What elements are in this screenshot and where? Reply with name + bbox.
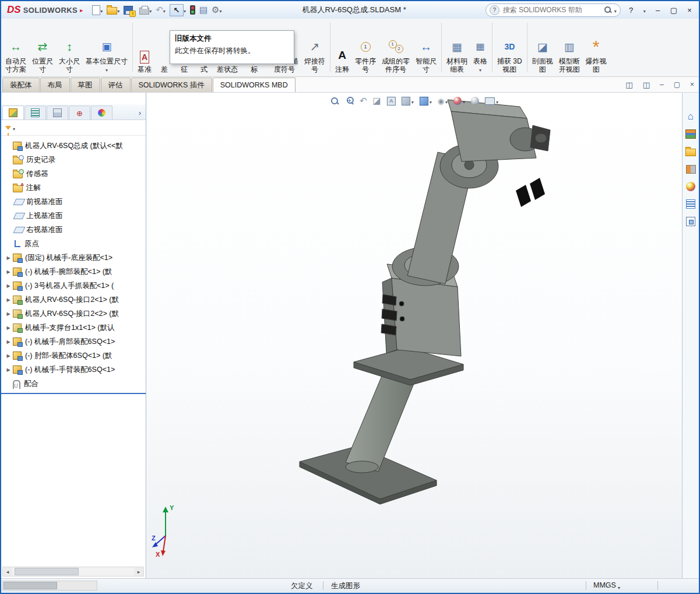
- filter-funnel-icon[interactable]: [5, 126, 11, 130]
- tree-item[interactable]: 传感器: [1, 167, 146, 181]
- expand-arrow-icon[interactable]: [4, 297, 13, 303]
- annotation-view-icon[interactable]: [387, 97, 396, 106]
- tables-button[interactable]: 表格: [470, 20, 490, 75]
- scrollbar-thumb[interactable]: [15, 568, 79, 575]
- tree-item[interactable]: 注解: [1, 181, 146, 195]
- pane-toggle-icon[interactable]: [625, 80, 632, 89]
- model-canvas[interactable]: Y Z X: [147, 93, 682, 579]
- view-palette-icon[interactable]: [685, 164, 697, 174]
- undo-button[interactable]: [154, 4, 167, 16]
- view-orientation-icon[interactable]: [402, 96, 414, 106]
- help-button[interactable]: ?: [628, 6, 635, 15]
- tree-item[interactable]: (-) 机械手-手臂装配6SQ<1>: [1, 363, 146, 377]
- chevron-down-icon[interactable]: [618, 583, 620, 591]
- section-view-button[interactable]: 剖面视 图: [529, 20, 556, 75]
- displaymanager-tab[interactable]: [91, 106, 112, 119]
- units-selector[interactable]: MMGS: [593, 581, 616, 589]
- tree-item[interactable]: (-) 机械手-肩部装配6SQ<1>: [1, 335, 146, 349]
- scrollbar-thumb[interactable]: [3, 582, 57, 589]
- brand[interactable]: DS SOLIDWORKS ▸: [1, 4, 87, 16]
- doc-close-button[interactable]: ×: [690, 80, 694, 89]
- expand-arrow-icon[interactable]: [4, 269, 13, 275]
- tab-evaluate[interactable]: 评估: [101, 78, 131, 92]
- zoom-area-icon[interactable]: [345, 97, 354, 106]
- print-button[interactable]: [138, 4, 153, 16]
- select-button[interactable]: [168, 3, 187, 17]
- panel-horizontal-scrollbar[interactable]: [2, 567, 144, 577]
- bill-of-materials-button[interactable]: 材料明 细表: [444, 20, 470, 75]
- tree-item[interactable]: (-) 3号机器人手抓装配<1> (: [1, 279, 146, 293]
- balloon-button[interactable]: 零件序 号: [352, 20, 379, 75]
- scroll-right-icon[interactable]: [134, 567, 143, 576]
- display-style-icon[interactable]: [420, 96, 432, 106]
- hide-show-items-icon[interactable]: [438, 96, 448, 106]
- close-button[interactable]: ×: [686, 6, 693, 15]
- tree-item[interactable]: 右视基准面: [1, 223, 146, 237]
- appearances-icon[interactable]: [685, 181, 697, 192]
- zoom-fit-icon[interactable]: [330, 97, 339, 106]
- search-input[interactable]: [502, 5, 601, 15]
- panel-expand-arrow-icon[interactable]: [139, 108, 145, 119]
- tree-item[interactable]: (固定) 机械手-底座装配<1>: [1, 251, 146, 265]
- tree-item[interactable]: 原点: [1, 237, 146, 251]
- tree-item[interactable]: (-) 机械手-腕部装配<1> (默: [1, 265, 146, 279]
- resources-home-icon[interactable]: [685, 111, 697, 122]
- basic-location-dimension-button[interactable]: 基本位置尺寸: [83, 20, 131, 75]
- file-explorer-icon[interactable]: [685, 146, 697, 157]
- expand-arrow-icon[interactable]: [4, 325, 13, 331]
- model-break-view-button[interactable]: 模型断 开视图: [556, 20, 583, 75]
- scroll-left-icon[interactable]: [3, 567, 12, 576]
- tree-item[interactable]: 前视基准面: [1, 195, 146, 209]
- expand-arrow-icon[interactable]: [4, 255, 13, 261]
- exploded-view-button[interactable]: 爆炸视 图: [583, 20, 610, 75]
- open-button[interactable]: [105, 4, 121, 16]
- help-search-box[interactable]: [486, 3, 621, 17]
- tree-item-root[interactable]: 机器人RV-6SQ总成 (默认<<默: [1, 139, 146, 153]
- tab-sketch[interactable]: 草图: [71, 78, 100, 92]
- tree-item-mates[interactable]: 配合: [1, 377, 146, 391]
- auto-dimension-scheme-button[interactable]: 自动尺 寸方案: [2, 20, 29, 75]
- size-dimension-button[interactable]: 大小尺 寸: [56, 20, 83, 75]
- expand-arrow-icon[interactable]: [4, 367, 13, 372]
- expand-arrow-icon[interactable]: [4, 339, 13, 345]
- tab-solidworks-mbd[interactable]: SOLIDWORKS MBD: [213, 78, 296, 92]
- smart-dimension-button[interactable]: 智能尺 寸: [413, 20, 439, 75]
- search-icon[interactable]: [604, 6, 612, 14]
- chevron-down-icon[interactable]: [13, 122, 15, 133]
- auto-balloon-button[interactable]: 成组的零 件序号: [379, 20, 413, 75]
- minimize-button[interactable]: –: [655, 6, 662, 15]
- chevron-down-icon[interactable]: [643, 6, 646, 15]
- tree-item[interactable]: 历史记录: [1, 153, 146, 167]
- tree-item[interactable]: 上视基准面: [1, 209, 146, 223]
- section-view-icon[interactable]: [372, 96, 381, 106]
- tree-item[interactable]: 机械手-支撑台1x1<1> (默认: [1, 321, 146, 335]
- options-button[interactable]: [210, 4, 223, 16]
- expand-arrow-icon[interactable]: [4, 311, 13, 317]
- rebuild-button[interactable]: [189, 5, 196, 15]
- edit-appearance-icon[interactable]: [453, 96, 465, 106]
- tab-layout[interactable]: 布局: [40, 78, 70, 92]
- tree-item[interactable]: 机器人RV-6SQ-接口2<2> (默: [1, 307, 146, 321]
- note-button[interactable]: 注释: [332, 20, 352, 75]
- previous-view-icon[interactable]: [360, 96, 367, 106]
- expand-arrow-icon[interactable]: [4, 353, 13, 358]
- expand-arrow-icon[interactable]: [4, 283, 13, 289]
- tab-addins[interactable]: SOLIDWORKS 插件: [131, 78, 212, 92]
- pane-toggle-icon[interactable]: [643, 80, 650, 89]
- display-pane-button[interactable]: [198, 4, 209, 16]
- custom-properties-icon[interactable]: [685, 199, 697, 209]
- chevron-down-icon[interactable]: [614, 5, 617, 15]
- location-dimension-button[interactable]: 位置尺 寸: [29, 20, 56, 75]
- maximize-button[interactable]: ▢: [670, 6, 677, 15]
- view-settings-icon[interactable]: [485, 96, 498, 106]
- capture-3d-view-button[interactable]: 捕获 3D 视图: [494, 20, 525, 75]
- apply-scene-icon[interactable]: [471, 97, 479, 105]
- document-manager-icon[interactable]: [685, 216, 697, 227]
- tab-assembly[interactable]: 装配体: [2, 78, 40, 92]
- bottom-scrollbar[interactable]: [2, 581, 97, 591]
- new-document-button[interactable]: [91, 4, 104, 16]
- weld-symbol-button[interactable]: 焊接符 号: [301, 20, 328, 75]
- doc-restore-button[interactable]: ▢: [674, 80, 680, 89]
- tree-item[interactable]: 机器人RV-6SQ-接口2<1> (默: [1, 293, 146, 307]
- save-button[interactable]: [122, 4, 136, 16]
